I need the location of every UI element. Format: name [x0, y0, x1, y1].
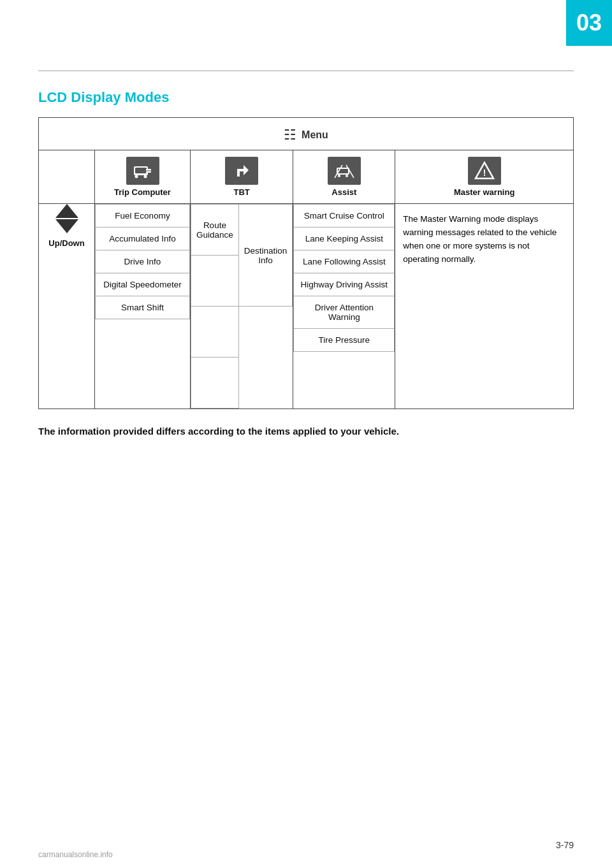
smart-shift-cell: Smart Shift [96, 296, 190, 319]
tbt-data-cell: Route Guidance Destination Info [191, 204, 293, 409]
tbt-icon-box [225, 157, 258, 185]
svg-point-9 [346, 175, 348, 177]
master-warning-icon-box: ! [468, 157, 501, 185]
tbt-empty-cell-1 [191, 256, 239, 307]
updown-label: Up/Down [39, 238, 94, 248]
destination-info-cell: Destination Info [238, 205, 293, 307]
trip-computer-sub-table: Fuel Economy Accumulated Info Drive Info… [95, 204, 190, 319]
menu-cell: ☷ Menu [39, 118, 574, 150]
list-item [191, 358, 293, 409]
menu-row: ☷ Menu [39, 118, 574, 150]
lane-keeping-cell: Lane Keeping Assist [294, 228, 395, 250]
column-header-row: Trip Computer TBT [39, 150, 574, 204]
assist-icon-box [328, 157, 361, 185]
col-header-master-warning: ! Master warning [395, 150, 574, 204]
col-header-tbt: TBT [191, 150, 293, 204]
updown-cell: Up/Down [39, 204, 95, 409]
tbt-icon [231, 160, 252, 182]
svg-rect-1 [135, 168, 147, 173]
tbt-empty-cell-2 [191, 307, 239, 358]
tbt-sub-table: Route Guidance Destination Info [191, 204, 293, 409]
top-divider [38, 70, 574, 71]
assist-icon [333, 160, 355, 182]
list-item: Digital Speedometer [96, 273, 190, 296]
tire-pressure-cell: Tire Pressure [294, 329, 395, 352]
svg-text:!: ! [483, 168, 486, 178]
bottom-note: The information provided differs accordi… [38, 424, 574, 439]
svg-point-8 [338, 175, 340, 177]
updown-arrows [39, 204, 94, 233]
chapter-number: 03 [576, 10, 602, 36]
chapter-marker: 03 [566, 0, 612, 46]
svg-point-2 [135, 175, 138, 178]
svg-point-3 [143, 175, 147, 178]
smart-cruise-cell: Smart Cruise Control [294, 205, 395, 228]
watermark: carmanualsonline.info [38, 850, 113, 859]
data-row: Up/Down Fuel Economy Accumulated Info Dr… [39, 204, 574, 409]
list-item: Lane Keeping Assist [294, 228, 395, 250]
list-item: Fuel Economy [96, 205, 190, 228]
assist-data-cell: Smart Cruise Control Lane Keeping Assist… [293, 204, 395, 409]
tbt-empty-cell-3 [191, 358, 239, 409]
list-item: Highway Driving Assist [294, 273, 395, 296]
drive-info-cell: Drive Info [96, 250, 190, 273]
section-title: LCD Display Modes [38, 89, 574, 106]
arrow-up-icon [55, 204, 78, 218]
menu-label: Menu [302, 129, 328, 141]
highway-driving-cell: Highway Driving Assist [294, 273, 395, 296]
page-number: 3-79 [556, 840, 574, 850]
driver-attention-cell: Driver Attention Warning [294, 296, 395, 329]
master-warning-label: Master warning [399, 187, 569, 197]
digital-speedometer-cell: Digital Speedometer [96, 273, 190, 296]
list-item [191, 307, 293, 358]
col-header-trip-computer: Trip Computer [95, 150, 191, 204]
list-item: Smart Cruise Control [294, 205, 395, 228]
arrow-down-icon [55, 219, 78, 233]
master-warning-description-cell: The Master Warning mode displays warning… [395, 204, 574, 409]
route-guidance-cell: Route Guidance [191, 205, 239, 256]
list-item: Driver Attention Warning [294, 296, 395, 329]
list-item: Smart Shift [96, 296, 190, 319]
col-header-assist: Assist [293, 150, 395, 204]
list-item: Tire Pressure [294, 329, 395, 352]
list-item: Accumulated Info [96, 228, 190, 250]
lane-following-cell: Lane Following Assist [294, 250, 395, 273]
menu-icon: ☷ [284, 127, 296, 143]
trip-computer-label: Trip Computer [99, 187, 186, 197]
list-item: Lane Following Assist [294, 250, 395, 273]
trip-computer-icon-box [126, 157, 159, 185]
list-item: Drive Info [96, 250, 190, 273]
empty-header-cell [39, 150, 95, 204]
assist-sub-table: Smart Cruise Control Lane Keeping Assist… [293, 204, 395, 352]
tbt-label: TBT [194, 187, 289, 197]
trip-computer-data-cell: Fuel Economy Accumulated Info Drive Info… [95, 204, 191, 409]
accumulated-info-cell: Accumulated Info [96, 228, 190, 250]
master-warning-icon: ! [474, 160, 495, 182]
trip-computer-icon [132, 160, 154, 182]
lcd-display-table: ☷ Menu [38, 117, 574, 409]
assist-label: Assist [297, 187, 391, 197]
fuel-economy-cell: Fuel Economy [96, 205, 190, 228]
